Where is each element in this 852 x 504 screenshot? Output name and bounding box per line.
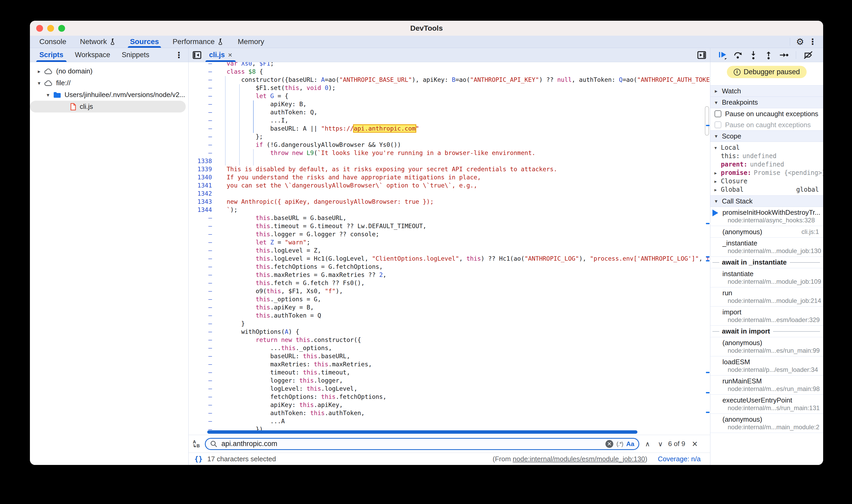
line-number-gutter[interactable]: 1342 (189, 190, 216, 198)
code-line[interactable]: 1342 (189, 190, 710, 198)
scope-row-global[interactable]: ▸Globalglobal (710, 185, 823, 194)
callstack-frame[interactable]: (anonymous)cli.js:1 (710, 226, 823, 238)
tab-network[interactable]: Network (73, 36, 123, 48)
code-line[interactable]: 1340If you understand the risks and have… (189, 173, 710, 181)
line-number-gutter[interactable]: – (189, 336, 216, 344)
code-line[interactable]: – o9(this, $F1, Xs0, "f"), (189, 287, 710, 295)
code-line[interactable]: – baseURL: A || "https://api.anthropic.c… (189, 125, 710, 133)
chevron-down-icon[interactable]: ▾ (36, 80, 42, 86)
code-line[interactable]: – if (!G.dangerouslyAllowBrowser && Ys0(… (189, 141, 710, 149)
code-line[interactable]: – timeout: this.timeout, (189, 368, 710, 377)
callstack-frame[interactable]: runnode:internal/m...module_job:214 (710, 287, 823, 307)
chevron-right-icon[interactable]: ▸ (710, 170, 721, 176)
code-line[interactable]: – this.fetch = G.fetch ?? Fs0(), (189, 279, 710, 287)
step-into-button[interactable] (747, 49, 760, 61)
line-number-gutter[interactable]: – (189, 271, 216, 279)
line-number-gutter[interactable]: – (189, 417, 216, 425)
code-line[interactable]: – this.timeout = G.timeout ?? Lw.DEFAULT… (189, 222, 710, 230)
line-number-gutter[interactable]: – (189, 368, 216, 377)
code-line[interactable]: – this.baseURL = G.baseURL, (189, 214, 710, 222)
line-number-gutter[interactable]: – (189, 62, 216, 68)
callstack-frame[interactable]: loadESMnode:internal/p.../esm_loader:34 (710, 356, 823, 376)
line-number-gutter[interactable]: – (189, 344, 216, 352)
line-number-gutter[interactable]: – (189, 263, 216, 271)
close-find-bar-button[interactable]: × (692, 438, 697, 449)
line-number-gutter[interactable]: – (189, 141, 216, 149)
code-line[interactable]: – let G = { (189, 92, 710, 100)
close-tab-icon[interactable]: × (228, 51, 232, 59)
code-line[interactable]: – }; (189, 133, 710, 141)
navigator-tab-workspace[interactable]: Workspace (69, 48, 116, 62)
code-line[interactable]: – withOptions(A) { (189, 328, 710, 336)
breakpoints-section-header[interactable]: ▾ Breakpoints (710, 97, 823, 108)
tree-item--no-domain-[interactable]: ▸(no domain) (30, 65, 188, 77)
line-number-gutter[interactable]: 1341 (189, 181, 216, 190)
line-number-gutter[interactable]: – (189, 360, 216, 368)
watch-section-header[interactable]: ▸ Watch (710, 85, 823, 97)
minimize-window-button[interactable] (47, 25, 54, 32)
code-line[interactable]: – apiKey: this.apiKey, (189, 401, 710, 409)
close-window-button[interactable] (36, 25, 43, 32)
code-line[interactable]: – maxRetries: this.maxRetries, (189, 360, 710, 368)
code-line[interactable]: – this.logLevel = Z, (189, 247, 710, 255)
step-over-button[interactable] (731, 49, 745, 61)
step-out-button[interactable] (762, 49, 776, 61)
line-number-gutter[interactable]: – (189, 393, 216, 401)
line-number-gutter[interactable]: – (189, 149, 216, 157)
code-line[interactable]: – $F1.set(this, void 0); (189, 84, 710, 92)
code-line[interactable]: – fetchOptions: this.fetchOptions, (189, 393, 710, 401)
tree-item-users-jinhuilee-nvm-versions-node-v2-[interactable]: ▾Users/jinhuilee/.nvm/versions/node/v2..… (30, 89, 188, 101)
line-number-gutter[interactable]: – (189, 84, 216, 92)
code-line[interactable]: – authToken: this.authToken, (189, 409, 710, 417)
scope-row-promise[interactable]: ▸promise:Promise {<pending>} (710, 168, 823, 177)
callstack-frame[interactable]: executeUserEntryPointnode:internal/m...s… (710, 395, 823, 414)
tab-memory[interactable]: Memory (231, 36, 271, 48)
line-number-gutter[interactable]: 1343 (189, 198, 216, 206)
line-number-gutter[interactable]: – (189, 125, 216, 133)
code-line[interactable]: 1338 (189, 157, 710, 165)
line-number-gutter[interactable]: – (189, 230, 216, 238)
deactivate-breakpoints-button[interactable] (801, 49, 815, 61)
line-number-gutter[interactable]: – (189, 108, 216, 116)
line-number-gutter[interactable]: – (189, 76, 216, 84)
line-number-gutter[interactable]: – (189, 377, 216, 385)
more-options-button[interactable]: ⋮ (806, 36, 819, 47)
tab-performance[interactable]: Performance (166, 36, 231, 48)
code-line[interactable]: – throw new L9(`It looks like you're run… (189, 149, 710, 157)
code-line[interactable]: –var Xs0, $F1; (189, 62, 710, 68)
scope-row-local[interactable]: ▾Local (710, 143, 823, 152)
line-number-gutter[interactable]: – (189, 279, 216, 287)
code-line[interactable]: – } (189, 320, 710, 328)
line-number-gutter[interactable]: – (189, 92, 216, 100)
next-match-button[interactable]: ∨ (658, 440, 663, 448)
tree-item-cli-js[interactable]: cli.js (30, 101, 186, 112)
line-number-gutter[interactable]: – (189, 116, 216, 125)
collapse-navigator-button[interactable] (192, 51, 202, 59)
scope-row-this[interactable]: this:undefined (710, 152, 823, 160)
previous-match-button[interactable]: ∧ (645, 440, 650, 448)
line-number-gutter[interactable]: – (189, 409, 216, 417)
zoom-window-button[interactable] (58, 25, 65, 32)
horizontal-scrollbar-thumb[interactable] (207, 430, 637, 434)
line-number-gutter[interactable]: – (189, 100, 216, 108)
line-number-gutter[interactable]: – (189, 133, 216, 141)
callstack-frame[interactable]: _instantiatenode:internal/m...module_job… (710, 238, 823, 257)
settings-button[interactable]: ⚙ (794, 36, 806, 47)
line-number-gutter[interactable]: 1339 (189, 165, 216, 173)
code-line[interactable]: – this.logger = G.logger ?? console; (189, 230, 710, 238)
source-map-link[interactable]: node:internal/modules/esm/module_job:130 (513, 455, 645, 463)
code-line[interactable]: – let Z = "warn"; (189, 238, 710, 247)
editor-tab-clijs[interactable]: cli.js × (206, 48, 236, 62)
code-line[interactable]: – this.maxRetries = G.maxRetries ?? 2, (189, 271, 710, 279)
regex-toggle[interactable]: (.*) (617, 440, 623, 447)
line-number-gutter[interactable]: – (189, 303, 216, 311)
search-field[interactable]: ✕ (.*) Aa (205, 438, 639, 450)
code-line[interactable]: 1339This is disabled by default, as it r… (189, 165, 710, 173)
code-line[interactable]: – this._options = G, (189, 295, 710, 303)
match-case-toggle[interactable]: Aa (626, 440, 634, 448)
scope-row-closure[interactable]: ▸Closure (710, 177, 823, 185)
search-input[interactable] (221, 439, 605, 448)
coverage-link[interactable]: Coverage: n/a (658, 455, 700, 463)
chevron-right-icon[interactable]: ▸ (710, 179, 721, 184)
resume-button[interactable] (716, 49, 730, 61)
